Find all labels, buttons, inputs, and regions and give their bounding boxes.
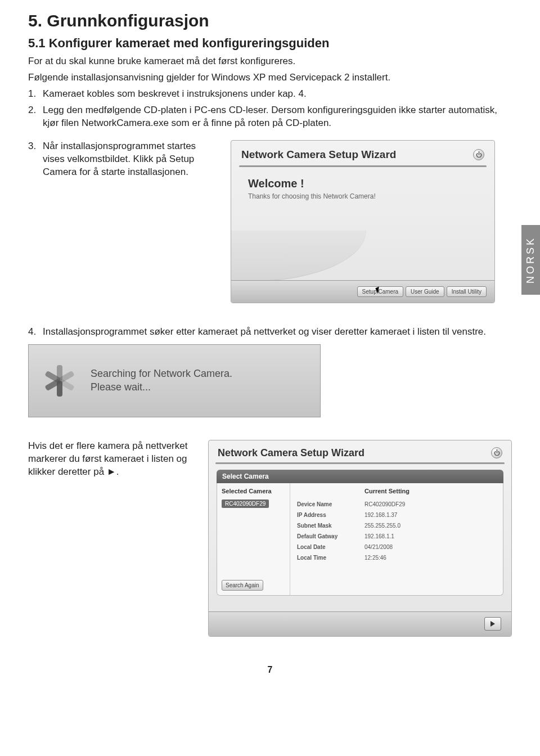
step-3-number: 3. <box>28 140 43 179</box>
wizard-title: Network Camera Setup Wizard <box>241 148 396 161</box>
step-3: 3. Når installasjonsprogrammet startes v… <box>28 140 219 179</box>
setting-row: Local Date04/21/2008 <box>297 542 496 552</box>
searching-screenshot: Searching for Network Camera. Please wai… <box>28 344 321 417</box>
page-number: 7 <box>28 665 512 675</box>
wizard-select-camera-screenshot: Network Camera Setup Wizard ⏻ Select Cam… <box>208 440 512 637</box>
heading-1: 5. Grunnkonfigurasjon <box>28 11 512 30</box>
camera-list-item[interactable]: RC402090DF29 <box>222 500 269 508</box>
language-tab: NORSK <box>521 225 540 295</box>
step-5-text: Hvis det er flere kamera på nettverket m… <box>28 440 197 479</box>
step-4-text: Installasjonsprogrammet søker etter kame… <box>43 326 512 339</box>
step-2-number: 2. <box>28 104 43 130</box>
setting-row: Default Gatway192.168.1.1 <box>297 531 496 542</box>
setting-key: Default Gatway <box>297 533 364 539</box>
spinner-icon <box>41 362 78 399</box>
setting-value: 255.255.255.0 <box>364 523 400 529</box>
searching-line-1: Searching for Network Camera. <box>91 367 232 380</box>
heading-2: 5.1 Konfigurer kameraet med konfigurerin… <box>28 36 512 51</box>
step-2-text: Legg den medfølgende CD-platen i PC-ens … <box>43 104 512 130</box>
setting-key: Subnet Mask <box>297 523 364 529</box>
step-3-text: Når installasjonsprogrammet startes vise… <box>43 140 219 179</box>
install-utility-button[interactable]: Install Utility <box>447 286 487 297</box>
intro-text-1: For at du skal kunne bruke kameraet må d… <box>28 55 512 68</box>
step-4-number: 4. <box>28 326 43 339</box>
step-1-text: Kameraet kobles som beskrevet i instruks… <box>43 88 512 101</box>
setting-row: Local Time12:25:46 <box>297 552 496 563</box>
setting-value: RC402090DF29 <box>364 501 405 507</box>
divider <box>215 462 505 464</box>
setting-row: Subnet Mask255.255.255.0 <box>297 520 496 531</box>
searching-line-2: Please wait... <box>91 381 232 394</box>
step-2: 2. Legg den medfølgende CD-platen i PC-e… <box>28 104 512 130</box>
intro-text-2: Følgende installasjonsanvisning gjelder … <box>28 71 512 84</box>
next-button[interactable] <box>484 617 501 631</box>
welcome-heading: Welcome ! <box>248 177 478 190</box>
step-4: 4. Installasjonsprogrammet søker etter k… <box>28 326 512 339</box>
wizard-welcome-screenshot: Network Camera Setup Wizard ⏻ Welcome ! … <box>231 140 495 303</box>
setting-value: 04/21/2008 <box>364 544 393 550</box>
step-1: 1. Kameraet kobles som beskrevet i instr… <box>28 88 512 101</box>
wizard2-title: Network Camera Setup Wizard <box>218 447 364 459</box>
power-icon[interactable]: ⏻ <box>473 149 484 160</box>
user-guide-button[interactable]: User Guide <box>406 286 444 297</box>
current-setting-column-header: Current Setting <box>364 488 410 494</box>
setting-value: 12:25:46 <box>364 555 386 561</box>
setting-key: Local Date <box>297 544 364 550</box>
setting-row: IP Address192.168.1.37 <box>297 510 496 520</box>
setting-value: 192.168.1.1 <box>364 533 394 539</box>
search-again-button[interactable]: Search Again <box>222 580 263 591</box>
decorative-swoosh <box>231 231 366 281</box>
setting-key: Device Name <box>297 501 364 507</box>
step-1-number: 1. <box>28 88 43 101</box>
selected-camera-column-header: Selected Camera <box>222 488 285 498</box>
setting-key: Local Time <box>297 555 364 561</box>
welcome-subtext: Thanks for choosing this Network Camera! <box>248 192 478 200</box>
power-icon[interactable]: ⏻ <box>491 447 502 458</box>
setting-key: IP Address <box>297 512 364 518</box>
setting-row: Device NameRC402090DF29 <box>297 499 496 510</box>
select-camera-header: Select Camera <box>217 470 503 483</box>
setting-value: 192.168.1.37 <box>364 512 397 518</box>
